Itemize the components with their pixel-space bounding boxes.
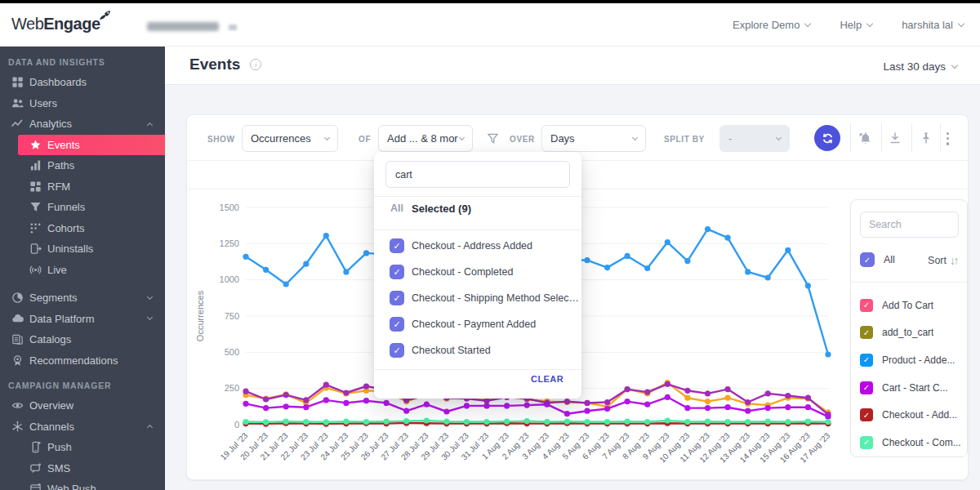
analytics-icon	[11, 118, 24, 131]
info-icon[interactable]: i	[250, 59, 261, 70]
split-by-select[interactable]: -	[719, 125, 790, 152]
chevron-down-icon	[866, 20, 873, 27]
pin-icon[interactable]	[920, 131, 933, 148]
series-checkbox[interactable]: ✓	[860, 436, 873, 449]
legend-search-input[interactable]	[860, 212, 959, 238]
sidebar-item-live[interactable]: Live	[0, 260, 165, 281]
series-checkbox[interactable]: ✓	[860, 326, 873, 339]
legend-item[interactable]: ✓add_to_cart	[860, 319, 962, 347]
sidebar-item-label: Push	[47, 441, 72, 453]
date-range-selector[interactable]: Last 30 days	[883, 60, 957, 73]
download-icon[interactable]	[889, 131, 902, 148]
split-by-label: SPLIT BY	[664, 135, 705, 144]
event-search-input[interactable]	[385, 161, 570, 188]
sms-icon	[29, 461, 42, 474]
legend-item-label: Add To Cart	[882, 300, 933, 311]
events-icon	[29, 138, 42, 151]
legend-item[interactable]: ✓Add To Cart	[860, 292, 962, 319]
sidebar-item-segments[interactable]: Segments	[0, 287, 165, 309]
of-label: OF	[359, 135, 371, 144]
sort-arrows-icon: ↓↑	[950, 254, 957, 267]
event-option[interactable]: ✓Checkout - Shipping Method Selecte...	[390, 285, 581, 311]
sidebar-item-funnels[interactable]: Funnels	[0, 197, 165, 218]
checkbox-checked[interactable]: ✓	[390, 291, 404, 305]
events-select[interactable]: Add ... & 8 mor	[378, 125, 473, 152]
sidebar-item-label: Funnels	[47, 201, 85, 213]
sidebar-item-dashboards[interactable]: Dashboards	[0, 72, 165, 93]
sidebar-item-label: Uninstalls	[47, 243, 93, 255]
legend-item[interactable]: ✓Checkout - Com...	[860, 429, 962, 457]
series-checkbox[interactable]: ✓	[860, 381, 873, 394]
sidebar-item-push[interactable]: Push	[0, 437, 165, 458]
over-label: OVER	[510, 135, 535, 144]
rocket-icon	[98, 8, 111, 21]
sidebar-item-cohorts[interactable]: Cohorts	[0, 218, 165, 239]
sidebar-item-analytics[interactable]: Analytics	[0, 114, 165, 135]
svg-text:500: 500	[225, 347, 239, 357]
legend-sort[interactable]: Sort↓↑	[928, 254, 957, 267]
sidebar-item-uninstalls[interactable]: Uninstalls	[0, 238, 165, 260]
filter-icon[interactable]	[488, 132, 498, 147]
sidebar-item-label: Users	[29, 97, 57, 109]
legend-all-checkbox[interactable]: ✓All	[860, 252, 895, 267]
data-platform-icon	[11, 312, 24, 325]
event-option[interactable]: ✓Checkout Started	[390, 337, 581, 363]
over-select[interactable]: Days	[541, 125, 646, 152]
show-select[interactable]: Occurrences	[242, 125, 338, 152]
checkbox-checked[interactable]: ✓	[390, 238, 404, 253]
event-option-label: Checkout - Completed	[412, 266, 513, 278]
sidebar-item-users[interactable]: Users	[0, 93, 165, 114]
sidebar-item-catalogs[interactable]: Catalogs	[0, 329, 165, 350]
sidebar-item-rfm[interactable]: RFM	[0, 176, 165, 198]
cohorts-icon	[29, 221, 42, 234]
series-checkbox[interactable]: ✓	[860, 408, 873, 421]
sidebar-item-sms[interactable]: SMS	[0, 458, 165, 479]
clear-button[interactable]: CLEAR	[531, 374, 564, 384]
project-name-redacted[interactable]	[147, 22, 219, 31]
chevron-down-icon	[147, 314, 153, 320]
checkbox-checked[interactable]: ✓	[860, 252, 875, 267]
event-option[interactable]: ✓Checkout - Payment Added	[390, 311, 581, 337]
legend-item[interactable]: ✓Product - Adde...	[860, 346, 962, 374]
sidebar-item-paths[interactable]: Paths	[0, 155, 165, 176]
event-option[interactable]: ✓Checkout - Address Added	[390, 233, 581, 259]
sidebar-item-overview[interactable]: Overview	[0, 395, 165, 416]
divider	[374, 369, 581, 370]
series-checkbox[interactable]: ✓	[860, 354, 873, 367]
page-title-band: Eventsi Last 30 days	[165, 47, 980, 85]
svg-text:1000: 1000	[220, 274, 239, 284]
sidebar-item-label: SMS	[47, 462, 70, 474]
chevron-down-icon	[324, 135, 330, 140]
checkbox-checked[interactable]: ✓	[390, 343, 404, 358]
more-options-icon[interactable]	[947, 132, 949, 148]
series-checkbox[interactable]: ✓	[860, 299, 873, 312]
sidebar-item-channels[interactable]: Channels	[0, 416, 165, 438]
project-chevron-redacted	[229, 24, 237, 30]
refresh-button[interactable]	[814, 125, 840, 151]
webengage-logo[interactable]: WebEngage	[11, 15, 100, 33]
segments-icon	[11, 292, 24, 305]
legend-item[interactable]: ✓Checkout - Add...	[860, 401, 962, 429]
alerts-icon[interactable]	[858, 131, 872, 149]
nav-explore-demo[interactable]: Explore Demo	[733, 19, 810, 31]
sidebar-item-label: Live	[47, 264, 67, 276]
web-push-icon	[29, 483, 42, 490]
legend-item[interactable]: ✓Cart - Start C...	[860, 374, 962, 402]
dashboards-icon	[11, 76, 24, 89]
sidebar-item-data-platform[interactable]: Data Platform	[0, 309, 165, 330]
tab-selected[interactable]: Selected (9)	[412, 203, 471, 215]
sidebar-item-events[interactable]: Events	[18, 135, 165, 156]
checkbox-checked[interactable]: ✓	[390, 317, 404, 332]
sidebar-item-label: Channels	[29, 421, 74, 433]
tab-all[interactable]: All	[390, 203, 403, 214]
nav-help[interactable]: Help	[840, 19, 872, 31]
sidebar-item-recommendations[interactable]: Recommendations	[0, 350, 165, 372]
chevron-down-icon	[951, 62, 958, 69]
chevron-down-icon	[147, 294, 153, 300]
nav-user-menu[interactable]: harshita lal	[902, 19, 964, 31]
funnels-icon	[29, 201, 42, 214]
sidebar-item-web-push[interactable]: Web Push	[0, 479, 165, 490]
legend-item-label: Cart - Start C...	[882, 382, 948, 394]
checkbox-checked[interactable]: ✓	[390, 265, 404, 279]
event-option[interactable]: ✓Checkout - Completed	[390, 259, 581, 285]
